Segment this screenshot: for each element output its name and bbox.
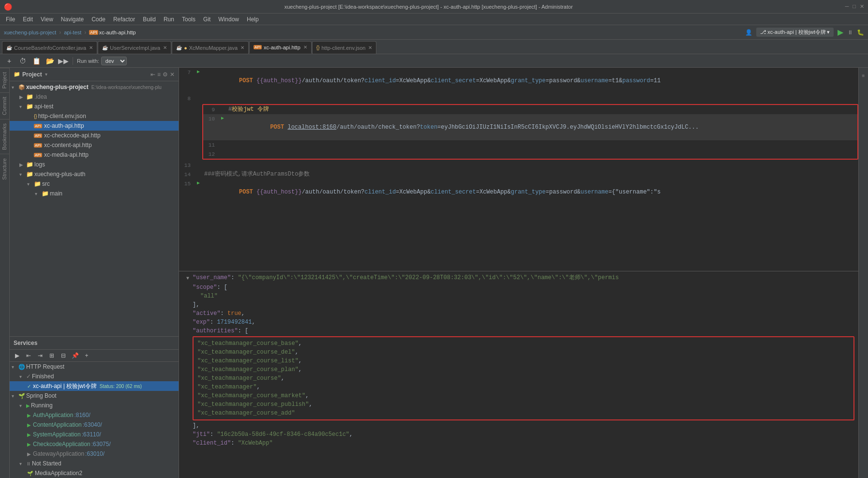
right-icons: ≡ xyxy=(858,68,868,478)
svc-finished-group[interactable]: ▾ ✓ Finished xyxy=(10,372,179,381)
tab-close-httpclient[interactable]: ✕ xyxy=(368,45,372,50)
svc-http-group[interactable]: ▾ 🌐 HTTP Request xyxy=(10,362,179,372)
vtab-project[interactable]: Project xyxy=(0,68,9,92)
menu-build[interactable]: Build xyxy=(139,15,160,24)
svc-gateway-app[interactable]: ▶ GatewayApplication :63010/ xyxy=(10,449,179,459)
tree-idea[interactable]: ▶ 📁 .idea xyxy=(10,92,179,102)
auth-9: "xc_teachmanager_course_add" xyxy=(197,409,850,418)
svc-add-btn[interactable]: + xyxy=(81,350,92,361)
menu-help[interactable]: Help xyxy=(243,15,263,24)
tab-xcmenu[interactable]: ☕ ● XcMenuMapper.java ✕ xyxy=(172,41,249,54)
svc-system-app[interactable]: ▶ SystemApplication :63110/ xyxy=(10,430,179,439)
system-app-port: :63110/ xyxy=(82,431,101,438)
settings-icon[interactable]: ⚙ xyxy=(163,71,168,78)
http-toolbar: + ⏱ 📋 📂 ▶▶ Run with: dev prod xyxy=(0,54,868,68)
menu-file[interactable]: File xyxy=(2,15,19,24)
tree-logs[interactable]: ▶ 📁 logs xyxy=(10,160,179,169)
xcauth-status-icon: ✓ xyxy=(27,384,31,389)
xcmediaapi-name: xc-media-api.http xyxy=(44,151,89,158)
branch-selector[interactable]: ⎇ xc-auth-api | 校验jwt令牌 ▾ xyxy=(756,28,834,37)
tree-apitest[interactable]: ▾ 📁 api-test xyxy=(10,102,179,111)
env-select[interactable]: dev prod xyxy=(101,57,127,65)
tree-root[interactable]: ▾ 📦 xuecheng-plus-project E:\idea-worksp… xyxy=(10,82,179,92)
menu-refactor[interactable]: Refactor xyxy=(109,15,139,24)
minimize-icon[interactable]: ─ xyxy=(845,3,849,10)
close-icon[interactable]: ✕ xyxy=(860,3,864,10)
close-panel-icon[interactable]: ✕ xyxy=(170,71,175,78)
menu-run[interactable]: Run xyxy=(160,15,178,24)
response-content: ▼ "user_name": "{\"companyId\":\"1232141… xyxy=(183,273,854,448)
svc-running-group[interactable]: ▾ ▶ Running xyxy=(10,401,179,410)
svc-notstarted-group[interactable]: ▾ ⏸ Not Started xyxy=(10,459,179,468)
svc-auth-app[interactable]: ▶ AuthApplication :8160/ xyxy=(10,410,179,420)
tab-xcauth[interactable]: API xc-auth-api.http ✕ xyxy=(249,41,312,54)
tree-httpclientenv[interactable]: {} http-client.env.json xyxy=(10,111,179,121)
auth-5: "xc_teachmanager_course", xyxy=(197,374,850,383)
branch-dropdown-icon: ▾ xyxy=(827,29,830,35)
expand-all-icon[interactable]: ≡ xyxy=(157,71,161,78)
java-icon: ☕ xyxy=(6,45,12,50)
vtab-commit[interactable]: Commit xyxy=(0,92,9,119)
response-area[interactable]: ▼ "user_name": "{\"companyId\":\"1232141… xyxy=(179,271,858,478)
vtab-bookmarks[interactable]: Bookmarks xyxy=(0,119,9,154)
svc-springboot-group[interactable]: ▾ 🌱 Spring Boot xyxy=(10,391,179,401)
services-header: Services xyxy=(10,337,179,349)
nav-project[interactable]: xuecheng-plus-project xyxy=(4,30,56,35)
springboot-icon: 🌱 xyxy=(18,393,25,399)
tab-coursebase[interactable]: ☕ CourseBaseInfoController.java ✕ xyxy=(2,41,97,54)
menu-tools[interactable]: Tools xyxy=(178,15,199,24)
debug-icon[interactable]: 🐛 xyxy=(857,29,864,36)
tree-xccontentapi[interactable]: API xc-content-api.http xyxy=(10,140,179,150)
svc-run-btn[interactable]: ▶ xyxy=(12,350,22,361)
apitest-arrow: ▾ xyxy=(19,104,25,109)
tab-close-userservice[interactable]: ✕ xyxy=(163,45,167,50)
svc-pin-btn[interactable]: 📌 xyxy=(70,350,80,361)
svc-collapse-btn[interactable]: ⇤ xyxy=(23,350,34,361)
maximize-icon[interactable]: □ xyxy=(853,3,856,10)
nav-user-icon[interactable]: 👤 xyxy=(745,29,752,36)
menu-code[interactable]: Code xyxy=(88,15,109,24)
vtab-structure[interactable]: Structure xyxy=(0,154,9,184)
menu-window[interactable]: Window xyxy=(214,15,243,24)
right-icon-1[interactable]: ≡ xyxy=(860,72,868,79)
tree-xccheckcodeapi[interactable]: API xc-checkcode-api.http xyxy=(10,131,179,140)
tree-xcauthapi[interactable]: API xc-auth-api.http xyxy=(10,121,179,131)
svc-xcauth-item[interactable]: ✓ xc-auth-api | 校验jwt令牌 Status: 200 (62 … xyxy=(10,381,179,391)
tree-xcmediaapi[interactable]: API xc-media-api.http xyxy=(10,150,179,160)
run-button[interactable]: ▶ xyxy=(838,28,843,37)
tree-main[interactable]: ▾ 📁 main xyxy=(10,189,179,198)
stop-icon[interactable]: ⏸ xyxy=(847,29,853,36)
tree-src[interactable]: ▾ 📁 src xyxy=(10,179,179,189)
menu-git[interactable]: Git xyxy=(199,15,214,24)
svc-group-btn[interactable]: ⊞ xyxy=(46,350,57,361)
svc-media-app[interactable]: 🌱 MediaApplication2 xyxy=(10,468,179,478)
svc-filter-btn[interactable]: ⊟ xyxy=(58,350,69,361)
copy-btn[interactable]: 📋 xyxy=(31,56,42,66)
services-tree: ▾ 🌐 HTTP Request ▾ ✓ Finished ✓ xc-auth-… xyxy=(10,362,179,478)
resp-line-5: "active": true, xyxy=(193,309,854,318)
menu-navigate[interactable]: Navigate xyxy=(57,15,88,24)
collapse-all-icon[interactable]: ⇤ xyxy=(150,71,155,78)
svc-expand-btn[interactable]: ⇥ xyxy=(35,350,45,361)
code-area[interactable]: 7 ▶ POST {{auth_host}}/auth/oauth/token?… xyxy=(179,68,858,271)
tab-close-coursebase[interactable]: ✕ xyxy=(89,45,93,50)
tab-userservice[interactable]: ☕ UserServiceImpl.java ✕ xyxy=(98,41,171,54)
open-btn[interactable]: 📂 xyxy=(45,56,55,66)
tab-httpclient[interactable]: {} http-client.env.json ✕ xyxy=(312,41,377,54)
nav-api-test[interactable]: api-test xyxy=(64,30,81,35)
svc-content-app[interactable]: ▶ ContentApplication :63040/ xyxy=(10,420,179,430)
code-line-10: 10 ▶ POST localhost:8160/auth/oauth/chec… xyxy=(203,114,857,140)
title-text: xuecheng-plus-project [E:\idea-workspace… xyxy=(12,4,845,10)
svc-checkcode-app[interactable]: ▶ CheckcodeApplication :63075/ xyxy=(10,439,179,449)
menu-edit[interactable]: Edit xyxy=(19,15,37,24)
tab-label-userservice: UserServiceImpl.java xyxy=(110,45,160,51)
tab-close-xcmenu[interactable]: ✕ xyxy=(240,45,244,50)
run-all-btn[interactable]: ▶▶ xyxy=(58,56,69,66)
add-request-btn[interactable]: + xyxy=(4,56,15,66)
menu-view[interactable]: View xyxy=(37,15,57,24)
tab-close-xcauth[interactable]: ✕ xyxy=(303,45,307,50)
idea-name: .idea xyxy=(34,93,47,100)
project-dropdown-icon[interactable]: ▾ xyxy=(45,72,47,77)
tree-xcplusauth[interactable]: ▾ 📁 xuecheng-plus-auth xyxy=(10,169,179,179)
history-btn[interactable]: ⏱ xyxy=(17,56,28,66)
